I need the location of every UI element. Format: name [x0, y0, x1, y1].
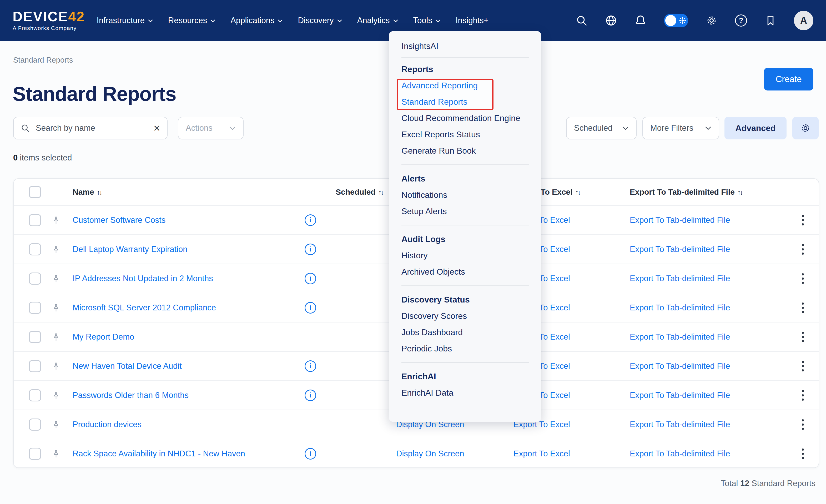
- pin-icon[interactable]: [52, 245, 60, 254]
- menu-discovery[interactable]: Discovery: [298, 16, 342, 25]
- actions-dropdown[interactable]: Actions: [178, 117, 244, 139]
- row-checkbox[interactable]: [29, 302, 41, 314]
- menu-item-jobs-dashboard[interactable]: Jobs Dashboard: [389, 324, 541, 340]
- column-header-name[interactable]: Name↑↓: [73, 188, 320, 196]
- report-name-link[interactable]: Customer Software Costs: [73, 215, 166, 225]
- row-checkbox[interactable]: [29, 331, 41, 343]
- info-icon[interactable]: i: [305, 360, 316, 372]
- row-checkbox[interactable]: [29, 419, 41, 431]
- report-name-link[interactable]: Dell Laptop Warranty Expiration: [73, 245, 188, 254]
- search-input[interactable]: [35, 123, 148, 133]
- export-to-tab-link[interactable]: Export To Tab-delimited File: [630, 420, 730, 429]
- row-menu-icon[interactable]: [795, 447, 811, 460]
- menu-analytics[interactable]: Analytics: [357, 16, 398, 25]
- row-checkbox[interactable]: [29, 243, 41, 255]
- row-checkbox[interactable]: [29, 360, 41, 372]
- pin-icon[interactable]: [52, 420, 60, 429]
- export-to-tab-link[interactable]: Export To Tab-delimited File: [630, 362, 730, 371]
- report-name-link[interactable]: Rack Space Availability in NHDC1 - New H…: [73, 449, 245, 458]
- user-avatar[interactable]: A: [794, 11, 813, 30]
- menu-item-enrichai-data[interactable]: EnrichAI Data: [389, 385, 541, 401]
- export-to-tab-link[interactable]: Export To Tab-delimited File: [630, 245, 730, 254]
- menu-infrastructure[interactable]: Infrastructure: [97, 16, 153, 25]
- table-settings-button[interactable]: [792, 117, 819, 139]
- menu-item-periodic-jobs[interactable]: Periodic Jobs: [389, 340, 541, 357]
- column-header-export-tab[interactable]: Export To Tab-delimited File↑↓: [612, 188, 785, 196]
- row-menu-icon[interactable]: [795, 418, 811, 431]
- pin-icon[interactable]: [52, 216, 60, 225]
- help-icon[interactable]: ?: [735, 14, 747, 26]
- menu-divider: [401, 165, 529, 165]
- menu-applications[interactable]: Applications: [230, 16, 283, 25]
- row-menu-icon[interactable]: [795, 359, 811, 373]
- menu-item-notifications[interactable]: Notifications: [389, 187, 541, 203]
- search-icon[interactable]: [576, 14, 588, 26]
- menu-item-archived-objects[interactable]: Archived Objects: [389, 264, 541, 280]
- menu-tools[interactable]: Tools: [413, 16, 440, 25]
- info-icon[interactable]: i: [305, 390, 316, 401]
- export-to-tab-link[interactable]: Export To Tab-delimited File: [630, 274, 730, 283]
- pin-icon[interactable]: [52, 362, 60, 371]
- advanced-filter-button[interactable]: Advanced: [724, 117, 786, 139]
- row-checkbox[interactable]: [29, 214, 41, 226]
- row-menu-icon[interactable]: [795, 301, 811, 315]
- more-filters-dropdown[interactable]: More Filters: [642, 117, 719, 139]
- menu-insights-plus[interactable]: Insights+: [456, 16, 488, 25]
- menu-item-history[interactable]: History: [389, 247, 541, 264]
- pin-icon[interactable]: [52, 391, 60, 400]
- menu-item-discovery-scores[interactable]: Discovery Scores: [389, 308, 541, 324]
- report-name-link[interactable]: IP Addresses Not Updated in 2 Months: [73, 274, 213, 283]
- pin-icon[interactable]: [52, 303, 60, 312]
- select-all-checkbox[interactable]: [29, 186, 41, 198]
- breadcrumb[interactable]: Standard Reports: [13, 56, 73, 64]
- row-checkbox[interactable]: [29, 448, 41, 460]
- info-icon[interactable]: i: [305, 302, 316, 314]
- menu-item-setup-alerts[interactable]: Setup Alerts: [389, 203, 541, 219]
- bookmark-icon[interactable]: [764, 14, 776, 26]
- report-name-link[interactable]: Production devices: [73, 420, 141, 429]
- display-on-screen-link[interactable]: Display On Screen: [396, 449, 464, 458]
- export-to-tab-link[interactable]: Export To Tab-delimited File: [630, 332, 730, 341]
- device42-logo[interactable]: DEVICE42 A Freshworks Company: [13, 10, 85, 31]
- bell-icon[interactable]: [635, 14, 647, 26]
- row-checkbox[interactable]: [29, 272, 41, 285]
- info-icon[interactable]: i: [305, 214, 316, 226]
- export-to-tab-link[interactable]: Export To Tab-delimited File: [630, 391, 730, 400]
- scheduled-filter-dropdown[interactable]: Scheduled: [566, 117, 637, 139]
- sort-icon: ↑↓: [97, 188, 102, 196]
- row-menu-icon[interactable]: [795, 388, 811, 402]
- menu-item-excel-reports-status[interactable]: Excel Reports Status: [389, 126, 541, 142]
- info-icon[interactable]: i: [305, 448, 316, 459]
- row-menu-icon[interactable]: [795, 272, 811, 286]
- menu-item-standard-reports[interactable]: Standard Reports: [389, 93, 541, 110]
- row-menu-icon[interactable]: [795, 213, 811, 227]
- export-to-tab-link[interactable]: Export To Tab-delimited File: [630, 303, 730, 312]
- row-checkbox[interactable]: [29, 389, 41, 401]
- export-to-excel-link[interactable]: Export To Excel: [514, 449, 570, 458]
- pin-icon[interactable]: [52, 274, 60, 283]
- gear-icon[interactable]: [706, 14, 718, 26]
- report-name-link[interactable]: New Haven Total Device Audit: [73, 362, 182, 371]
- nav-utilities: ? A: [576, 11, 813, 30]
- report-name-link[interactable]: Passwords Older than 6 Months: [73, 391, 189, 400]
- row-menu-icon[interactable]: [795, 330, 811, 344]
- clear-search-icon[interactable]: ×: [153, 122, 160, 134]
- pin-icon[interactable]: [52, 449, 60, 458]
- theme-toggle[interactable]: [664, 14, 688, 27]
- menu-item-advanced-reporting[interactable]: Advanced Reporting: [389, 77, 541, 93]
- menu-item-generate-run-book[interactable]: Generate Run Book: [389, 142, 541, 159]
- info-icon[interactable]: i: [305, 244, 316, 255]
- create-button[interactable]: Create: [764, 68, 813, 90]
- menu-resources[interactable]: Resources: [168, 16, 215, 25]
- export-to-tab-link[interactable]: Export To Tab-delimited File: [630, 449, 730, 458]
- report-name-link[interactable]: Microsoft SQL Server 2012 Compliance: [73, 303, 216, 313]
- menu-item-cloud-recommendation-engine[interactable]: Cloud Recommendation Engine: [389, 110, 541, 126]
- menu-item-insightsai[interactable]: InsightsAI: [389, 38, 541, 54]
- row-menu-icon[interactable]: [795, 243, 811, 256]
- globe-icon[interactable]: [605, 14, 617, 26]
- info-icon[interactable]: i: [305, 273, 316, 285]
- export-to-tab-link[interactable]: Export To Tab-delimited File: [630, 215, 730, 225]
- report-name-link[interactable]: My Report Demo: [73, 332, 134, 342]
- pin-icon[interactable]: [52, 332, 60, 341]
- column-header-scheduled[interactable]: Scheduled↑↓: [320, 188, 391, 196]
